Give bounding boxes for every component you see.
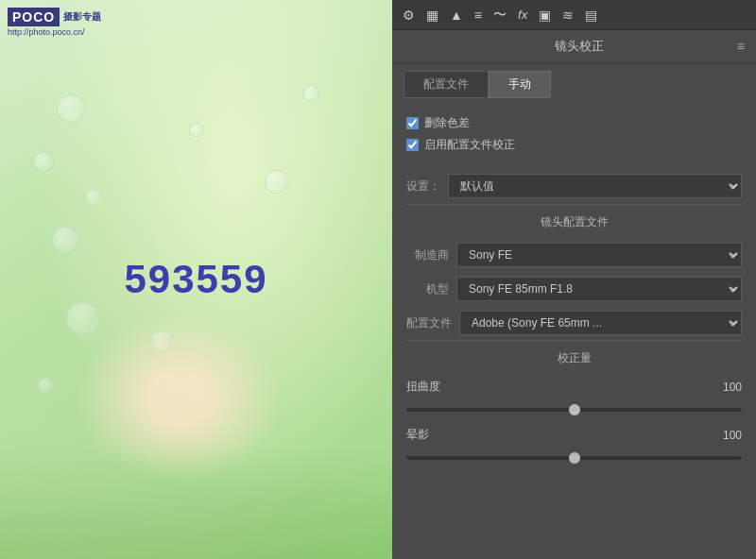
settings-dropdown-wrapper: 默认值 自定义	[448, 174, 742, 198]
checkbox-profile-row: 启用配置文件校正	[406, 137, 742, 153]
right-panel: ⚙ ▦ ▲ ≡ 〜 fx ▣ ≋ ▤ 镜头校正 ≡ 配置文件 手动 删除色差	[392, 0, 756, 559]
tab-manual[interactable]: 手动	[489, 71, 551, 98]
settings-dropdown[interactable]: 默认值 自定义	[448, 174, 742, 198]
watermark: 593559	[124, 257, 267, 302]
model-dropdown[interactable]: Sony FE 85mm F1.8 Sony FE 50mm F1.8 Sony…	[456, 277, 742, 301]
settings-label: 设置：	[406, 178, 440, 195]
bubble	[38, 378, 53, 393]
tool-icon-detail[interactable]: ▣	[536, 6, 554, 25]
bubble	[189, 123, 203, 137]
panel-header: 镜头校正 ≡	[392, 30, 756, 63]
model-label: 机型	[406, 281, 449, 297]
distortion-value: 100	[713, 381, 742, 394]
poco-subtitle: 摄影专题	[63, 10, 101, 24]
sliders-section: 扭曲度 100 晕影 100	[392, 374, 756, 480]
bubble	[85, 189, 102, 206]
tool-icon-curves[interactable]: 〜	[490, 5, 509, 25]
checkboxes-section: 删除色差 启用配置文件校正	[392, 106, 756, 168]
manufacturer-label: 制造商	[406, 247, 449, 263]
bubble	[302, 85, 319, 102]
tool-icon-list[interactable]: ≡	[472, 6, 485, 25]
manufacturer-dropdown[interactable]: Sony FE Canon Nikon Sigma	[456, 243, 742, 267]
tool-icon-hsl[interactable]: ≋	[559, 6, 576, 25]
panel-title: 镜头校正	[422, 38, 737, 55]
tool-icon-histogram[interactable]: ▲	[447, 6, 466, 25]
profile-file-row: 配置文件 Adobe (Sony FE 65mm ... Adobe (Sony…	[392, 306, 756, 340]
distortion-slider[interactable]	[406, 408, 742, 412]
checkbox-profile-label: 启用配置文件校正	[424, 137, 515, 153]
distortion-label: 扭曲度	[406, 379, 440, 395]
bubble	[33, 151, 54, 172]
manufacturer-row: 制造商 Sony FE Canon Nikon Sigma	[392, 238, 756, 272]
checkbox-aberration-label: 删除色差	[424, 115, 470, 131]
poco-brand: POCO	[8, 8, 60, 26]
vignette-slider-header: 晕影 100	[406, 427, 742, 443]
distortion-slider-row: 扭曲度 100	[406, 379, 742, 415]
checkbox-enable-profile[interactable]	[406, 139, 419, 151]
model-dropdown-wrapper: Sony FE 85mm F1.8 Sony FE 50mm F1.8 Sony…	[456, 277, 742, 301]
model-row: 机型 Sony FE 85mm F1.8 Sony FE 50mm F1.8 S…	[392, 272, 756, 306]
poco-logo: POCO 摄影专题 http://photo.poco.cn/	[8, 8, 101, 37]
panel-content: 镜头校正 ≡ 配置文件 手动 删除色差 启用配置文件校正 设置： 默认值	[392, 30, 756, 559]
profile-file-dropdown[interactable]: Adobe (Sony FE 65mm ... Adobe (Sony FE 8…	[459, 311, 742, 335]
bubble	[57, 94, 85, 123]
tool-icon-settings[interactable]: ⚙	[400, 6, 418, 25]
photo-panel: POCO 摄影专题 http://photo.poco.cn/ 593559	[0, 0, 392, 559]
checkbox-aberration-row: 删除色差	[406, 115, 742, 131]
correction-title: 校正量	[406, 340, 742, 374]
profile-file-label: 配置文件	[406, 315, 452, 331]
tabs-row: 配置文件 手动	[392, 63, 756, 106]
distortion-slider-header: 扭曲度 100	[406, 379, 742, 395]
grass-area	[0, 446, 392, 559]
vignette-slider-row: 晕影 100	[406, 427, 742, 464]
toolbar: ⚙ ▦ ▲ ≡ 〜 fx ▣ ≋ ▤	[392, 0, 756, 30]
tool-icon-grid[interactable]: ▦	[423, 6, 441, 25]
settings-row: 设置： 默认值 自定义	[392, 168, 756, 204]
tool-icon-lens[interactable]: ▤	[582, 6, 600, 25]
tool-icon-fx[interactable]: fx	[515, 6, 530, 24]
bubble	[265, 170, 288, 194]
profile-file-dropdown-wrapper: Adobe (Sony FE 65mm ... Adobe (Sony FE 8…	[459, 311, 742, 335]
manufacturer-dropdown-wrapper: Sony FE Canon Nikon Sigma	[456, 243, 742, 267]
vignette-slider[interactable]	[406, 456, 742, 460]
lens-profile-title: 镜头配置文件	[406, 204, 742, 238]
vignette-value: 100	[713, 429, 742, 442]
tab-profile[interactable]: 配置文件	[404, 71, 489, 98]
vignette-label: 晕影	[406, 427, 429, 443]
bubble	[52, 227, 78, 253]
checkbox-remove-aberration[interactable]	[406, 117, 419, 129]
poco-url: http://photo.poco.cn/	[8, 27, 101, 37]
panel-menu-icon[interactable]: ≡	[737, 39, 745, 54]
